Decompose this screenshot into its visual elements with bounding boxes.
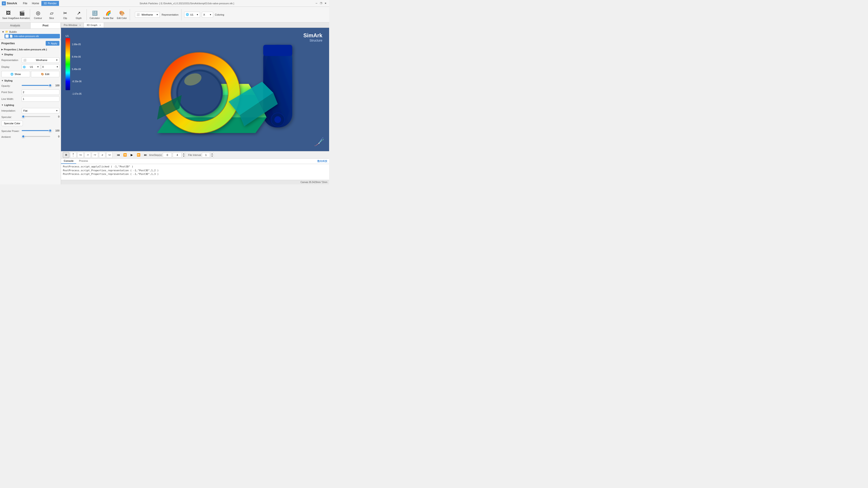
calculator-button[interactable]: 🔢 Calculator	[88, 8, 101, 21]
coloring-component-control[interactable]: X ▼	[41, 64, 60, 70]
ambient-track	[22, 136, 50, 137]
main-area: Analysis Post ▼ 📁 BuildIn ✓ 📄 Job-valve-…	[0, 23, 329, 184]
3d-canvas[interactable]: U1 1.68e-05 8.44e-06 5.48e-08 -8.33e-06 …	[61, 28, 329, 151]
window-title: SimArk Particles- [ E:/SimArk_v1.0.20210…	[59, 2, 315, 5]
console-content: PostProcess.script_applyClicked ( -1,"Po…	[61, 164, 329, 180]
logo-icon: S	[2, 1, 6, 5]
tree-item-checkbox[interactable]: ✓	[5, 35, 8, 38]
left-panel: Analysis Post ▼ 📁 BuildIn ✓ 📄 Job-valve-…	[0, 23, 61, 184]
specular-thumb[interactable]	[22, 115, 25, 118]
scalar-bar-button[interactable]: 🌈 Scalar Bar	[102, 8, 115, 21]
clip-button[interactable]: ✂ Clip	[59, 8, 72, 21]
file-interval-input[interactable]	[202, 153, 210, 158]
tree-collapse-icon: ▼	[2, 31, 4, 33]
save-animation-button[interactable]: 🎬 Save Animation	[16, 8, 29, 21]
first-frame-button[interactable]: ⏮	[115, 152, 121, 158]
timestep-down-button[interactable]: ▼	[182, 155, 185, 158]
toolbar-right: ⬜ Wireframe ▼ Representation 🌐 U1 ▼ X ▼ …	[135, 9, 224, 20]
svg-text:x: x	[315, 144, 315, 147]
close-button[interactable]: ✕	[324, 2, 327, 5]
menu-home[interactable]: Home	[30, 1, 41, 6]
tree-file-item[interactable]: ✓ 📄 Job-valve-pressure.vtk	[4, 34, 60, 38]
specular-control: 0	[22, 115, 59, 119]
console-line-2: PostProcess.script_Properties_representa…	[63, 172, 327, 176]
properties-section-header[interactable]: ▶ Properties ( Job-valve-pressure.vtk )	[1, 47, 59, 52]
timestep-start-input[interactable]	[163, 153, 172, 158]
view-x-neg-button[interactable]: X─	[70, 152, 76, 158]
timestep-up-button[interactable]: ▲	[182, 153, 185, 155]
view-y-neg-button[interactable]: -Y	[85, 152, 91, 158]
specular-power-thumb[interactable]	[49, 129, 52, 132]
apply-button[interactable]: ↻ Apply	[46, 41, 59, 46]
ambient-thumb[interactable]	[22, 135, 25, 138]
file-interval-down-button[interactable]: ▼	[211, 155, 214, 158]
last-frame-button[interactable]: ⏭	[143, 152, 148, 158]
process-tab[interactable]: Process	[76, 159, 91, 164]
opacity-thumb[interactable]	[49, 84, 52, 87]
view-y-pos-button[interactable]: +Y	[92, 152, 98, 158]
post-tab[interactable]: Post	[31, 23, 61, 29]
contour-icon: ◎	[35, 10, 41, 16]
properties-header: Properties ↻ Apply	[1, 41, 59, 46]
slice-label: Slice	[49, 17, 54, 20]
opacity-row: Opacity: 100	[1, 84, 59, 88]
save-image-button[interactable]: 🖼 Save Image	[2, 8, 15, 21]
tree-root[interactable]: ▼ 📁 BuildIn	[1, 30, 60, 34]
prev-frame-button[interactable]: ⏪	[122, 152, 128, 158]
edit-button[interactable]: 🎨 Edit	[31, 71, 60, 77]
show-icon: 🌐	[10, 73, 13, 76]
3d-graph-tab[interactable]: 3D Graph ✕	[84, 23, 104, 28]
line-width-control	[22, 96, 59, 102]
pre-window-close-icon[interactable]: ✕	[79, 24, 81, 26]
specular-value: 0	[52, 115, 59, 118]
clip-label: Clip	[63, 17, 67, 20]
glyph-button[interactable]: ↗ Glyph	[72, 8, 85, 21]
timestep-end-input[interactable]	[173, 153, 182, 158]
specular-color-button[interactable]: Specular Color	[1, 121, 23, 126]
coloring-field-control[interactable]: 🌐 U1 ▼	[22, 64, 40, 70]
display-section-header[interactable]: ▼ Display	[1, 53, 59, 57]
3d-graph-close-icon[interactable]: ✕	[99, 24, 101, 26]
contour-button[interactable]: ◎ Contour	[31, 8, 44, 21]
console-tab[interactable]: Console	[61, 159, 76, 164]
analysis-tab[interactable]: Analysis	[0, 23, 31, 29]
representation-dropdown[interactable]: ⬜ Wireframe ▼	[135, 12, 160, 18]
line-width-row: Line Width:	[1, 96, 59, 102]
representation-prop-label: Representation	[1, 59, 22, 61]
edit-color-button[interactable]: 🎨 Edit Color	[115, 8, 128, 21]
representation-control[interactable]: ⬜ Wireframe ▼	[22, 57, 59, 63]
representation-value: Wireframe	[142, 13, 153, 16]
watermark-brand: SimArk	[303, 32, 322, 39]
maximize-button[interactable]: ❐	[319, 2, 323, 5]
point-size-input[interactable]	[22, 90, 59, 95]
properties-section-label: Properties ( Job-valve-pressure.vtk )	[4, 48, 47, 51]
right-panel: Pre-Window ✕ 3D Graph ✕	[61, 23, 329, 184]
line-width-input[interactable]	[22, 96, 59, 102]
lighting-section-header[interactable]: ▼ Lighting	[1, 103, 59, 107]
toolbar-divider-2	[87, 9, 87, 20]
menu-bar: File Home 3D Render	[21, 1, 59, 6]
styling-section-header[interactable]: ▼ Styling	[1, 78, 59, 83]
next-frame-button[interactable]: ⏩	[135, 152, 142, 158]
minimize-button[interactable]: ─	[315, 2, 318, 5]
pre-window-tab[interactable]: Pre-Window ✕	[61, 23, 84, 28]
file-interval-up-button[interactable]: ▲	[211, 153, 214, 155]
opacity-track	[22, 85, 50, 86]
view-x-pos-button[interactable]: +X	[77, 152, 84, 158]
calculator-label: Calculator	[90, 17, 100, 20]
menu-3d-render[interactable]: 3D Render	[41, 1, 59, 6]
specular-slider-row: 0	[22, 115, 59, 119]
glyph-icon: ↗	[75, 10, 82, 16]
point-size-label: Point Size:	[1, 91, 22, 94]
coloring-component-dropdown[interactable]: X ▼	[202, 12, 213, 18]
reset-view-button[interactable]: ⊞	[63, 152, 69, 158]
view-z-pos-button[interactable]: +Z	[106, 152, 113, 158]
view-z-neg-button[interactable]: -Z	[99, 152, 105, 158]
svg-line-20	[316, 143, 319, 145]
slice-button[interactable]: ▱ Slice	[45, 8, 58, 21]
play-button[interactable]: ▶	[129, 152, 135, 158]
coloring-field-dropdown[interactable]: 🌐 U1 ▼	[184, 12, 200, 18]
show-button[interactable]: 🌐 Show	[1, 71, 30, 77]
interpolation-dropdown[interactable]: Flat ▼	[22, 108, 59, 113]
menu-file[interactable]: File	[21, 1, 30, 6]
